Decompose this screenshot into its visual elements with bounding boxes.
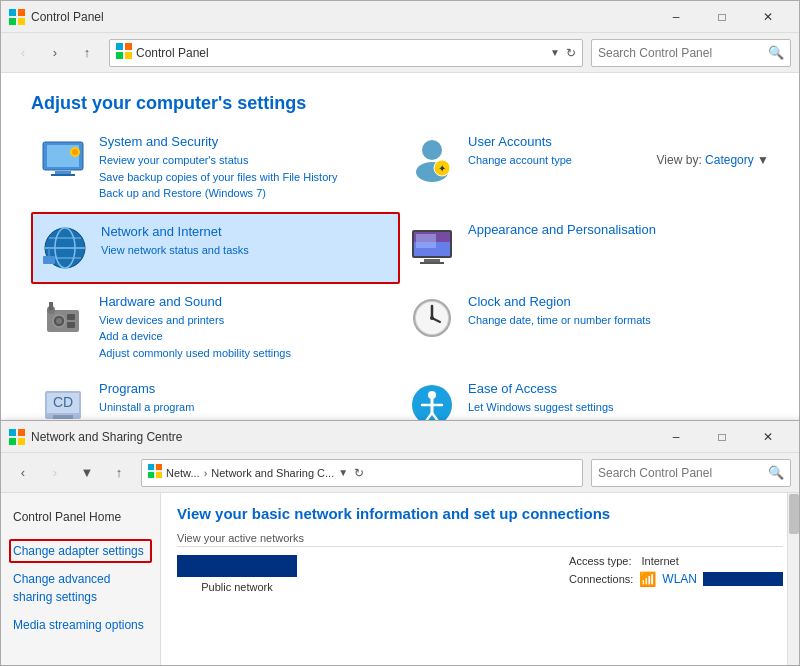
svg-rect-0: [9, 9, 16, 16]
svg-rect-35: [67, 322, 75, 328]
system-icon: [39, 134, 87, 182]
address-part2: Network and Sharing C...: [211, 467, 334, 479]
sidebar-home[interactable]: Control Panel Home: [9, 505, 152, 529]
window1-title: Control Panel: [31, 10, 653, 24]
svg-rect-1: [18, 9, 25, 16]
ease-title[interactable]: Ease of Access: [468, 381, 614, 396]
svg-rect-29: [420, 262, 444, 264]
back-button-2[interactable]: ‹: [9, 459, 37, 487]
address-bar-1[interactable]: Control Panel ▼ ↻: [109, 39, 583, 67]
hardware-link-3[interactable]: Adjust commonly used mobility settings: [99, 345, 291, 362]
system-link-2[interactable]: Save backup copies of your files with Fi…: [99, 169, 337, 186]
window2-title: Network and Sharing Centre: [31, 430, 653, 444]
programs-title[interactable]: Programs: [99, 381, 194, 396]
wlan-link[interactable]: WLAN: [662, 572, 697, 586]
forward-button-2[interactable]: ›: [41, 459, 69, 487]
programs-text: Programs Uninstall a program: [99, 381, 194, 416]
address-icon-2: [148, 464, 162, 481]
clock-title[interactable]: Clock and Region: [468, 294, 651, 309]
recent-button-2[interactable]: ▼: [73, 459, 101, 487]
address-text-1: Control Panel: [136, 46, 546, 60]
search-box-2[interactable]: 🔍: [591, 459, 791, 487]
ease-link-1[interactable]: Let Windows suggest settings: [468, 399, 614, 416]
back-button-1[interactable]: ‹: [9, 39, 37, 67]
system-text: System and Security Review your computer…: [99, 134, 337, 202]
category-users[interactable]: ✦ User Accounts Change account type: [400, 124, 769, 212]
page-heading: Adjust your computer's settings: [31, 93, 769, 114]
close-button-1[interactable]: ✕: [745, 1, 791, 33]
search-box-1[interactable]: 🔍: [591, 39, 791, 67]
titlebar-controls-1: – □ ✕: [653, 1, 791, 33]
svg-rect-4: [116, 43, 123, 50]
view-by-chevron: ▼: [757, 153, 769, 167]
svg-rect-58: [156, 464, 162, 470]
category-network[interactable]: Network and Internet View network status…: [31, 212, 400, 284]
refresh-icon-2[interactable]: ↻: [354, 466, 364, 480]
content-area-2: Control Panel Home Change adapter settin…: [1, 493, 799, 665]
users-link-1[interactable]: Change account type: [468, 152, 572, 169]
scrollbar-track[interactable]: [787, 493, 799, 665]
content-area-1: Adjust your computer's settings View by:…: [1, 73, 799, 429]
sidebar-link-adapter[interactable]: Change adapter settings: [9, 539, 152, 563]
up-button-2[interactable]: ↑: [105, 459, 133, 487]
titlebar-1: Control Panel – □ ✕: [1, 1, 799, 33]
system-title[interactable]: System and Security: [99, 134, 337, 149]
address-chevron-1[interactable]: ▼: [550, 47, 560, 58]
toolbar-2: ‹ › ▼ ↑ Netw... › Network and Sharing C.…: [1, 453, 799, 493]
maximize-button-2[interactable]: □: [699, 421, 745, 453]
svg-text:✦: ✦: [438, 163, 446, 174]
clock-link-1[interactable]: Change date, time or number formats: [468, 312, 651, 329]
category-clock[interactable]: Clock and Region Change date, time or nu…: [400, 284, 769, 372]
search-input-1[interactable]: [598, 46, 768, 60]
wlan-bar: [703, 572, 783, 586]
category-hardware[interactable]: Hardware and Sound View devices and prin…: [31, 284, 400, 372]
view-by-option[interactable]: Category: [705, 153, 754, 167]
control-panel-titlebar-icon: [9, 9, 25, 25]
svg-rect-3: [18, 18, 25, 25]
address-bar-icon-1: [116, 43, 132, 62]
search-input-2[interactable]: [598, 466, 768, 480]
users-text: User Accounts Change account type: [468, 134, 572, 169]
address-sep: ›: [204, 467, 208, 479]
refresh-icon-1[interactable]: ↻: [566, 46, 576, 60]
svg-rect-5: [125, 43, 132, 50]
up-button-1[interactable]: ↑: [73, 39, 101, 67]
address-bar-2[interactable]: Netw... › Network and Sharing C... ▼ ↻: [141, 459, 583, 487]
svg-rect-45: [53, 415, 73, 419]
category-system[interactable]: System and Security Review your computer…: [31, 124, 400, 212]
svg-rect-53: [9, 429, 16, 436]
hardware-link-2[interactable]: Add a device: [99, 328, 291, 345]
hardware-text: Hardware and Sound View devices and prin…: [99, 294, 291, 362]
network-sharing-window: Network and Sharing Centre – □ ✕ ‹ › ▼ ↑…: [0, 420, 800, 666]
svg-rect-57: [148, 464, 154, 470]
address-chevron-2[interactable]: ▼: [338, 467, 348, 478]
close-button-2[interactable]: ✕: [745, 421, 791, 453]
access-info: Access type: Internet Connections: 📶 WLA…: [569, 555, 783, 591]
minimize-button-2[interactable]: –: [653, 421, 699, 453]
network-link-1[interactable]: View network status and tasks: [101, 242, 249, 259]
network-block: Public network: [177, 555, 297, 593]
minimize-button-1[interactable]: –: [653, 1, 699, 33]
hardware-title[interactable]: Hardware and Sound: [99, 294, 291, 309]
forward-button-1[interactable]: ›: [41, 39, 69, 67]
sidebar-link-advanced[interactable]: Change advanced sharing settings: [9, 567, 152, 609]
maximize-button-1[interactable]: □: [699, 1, 745, 33]
svg-text:CD: CD: [53, 394, 73, 410]
network-title[interactable]: Network and Internet: [101, 224, 249, 239]
hardware-icon: [39, 294, 87, 342]
system-link-3[interactable]: Back up and Restore (Windows 7): [99, 185, 337, 202]
programs-link-1[interactable]: Uninstall a program: [99, 399, 194, 416]
appearance-title[interactable]: Appearance and Personalisation: [468, 222, 656, 237]
svg-rect-11: [51, 174, 75, 176]
scrollbar-thumb[interactable]: [789, 494, 799, 534]
control-panel-window: Control Panel – □ ✕ ‹ › ↑ Control Panel …: [0, 0, 800, 430]
svg-rect-34: [67, 314, 75, 320]
system-link-1[interactable]: Review your computer's status: [99, 152, 337, 169]
users-title[interactable]: User Accounts: [468, 134, 572, 149]
sidebar-link-media[interactable]: Media streaming options: [9, 613, 152, 637]
address-part1: Netw...: [166, 467, 200, 479]
svg-rect-2: [9, 18, 16, 25]
svg-rect-30: [416, 234, 436, 248]
category-appearance[interactable]: Appearance and Personalisation: [400, 212, 769, 284]
hardware-link-1[interactable]: View devices and printers: [99, 312, 291, 329]
